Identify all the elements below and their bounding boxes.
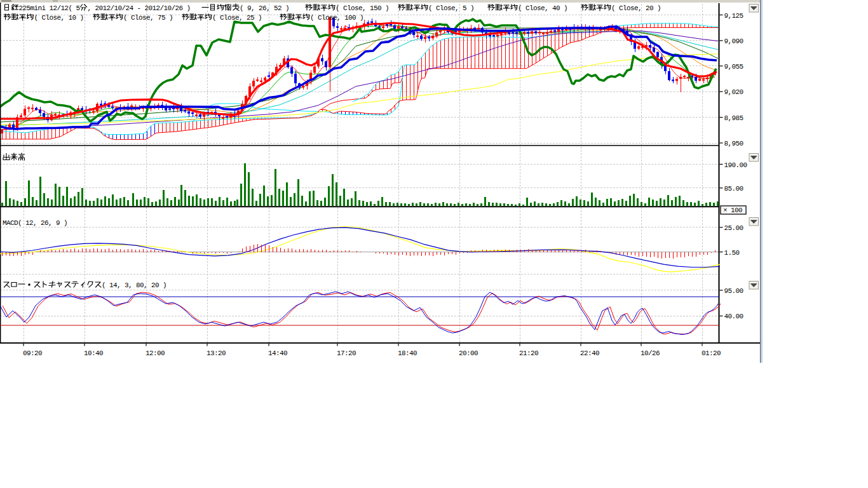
svg-text:225mini 12/12( 5: 225mini 12/12( 5: [19, 4, 80, 12]
svg-text:8,985: 8,985: [724, 114, 743, 122]
svg-text:18:40: 18:40: [398, 349, 417, 357]
svg-text:95.00: 95.00: [724, 287, 743, 295]
svg-text:× 100: × 100: [723, 207, 742, 214]
svg-text:10/26: 10/26: [641, 349, 660, 357]
svg-text:( Close, 20 ): ( Close, 20 ): [611, 4, 661, 12]
svg-text:22:40: 22:40: [580, 349, 599, 357]
svg-text:21:20: 21:20: [519, 349, 538, 357]
svg-text:85.00: 85.00: [724, 185, 743, 193]
svg-text:MACD( 12, 26, 9 ): MACD( 12, 26, 9 ): [3, 219, 67, 227]
svg-text:40.00: 40.00: [724, 313, 743, 320]
svg-text:25.00: 25.00: [724, 224, 743, 232]
svg-text:1.50: 1.50: [724, 249, 740, 257]
svg-text:9,125: 9,125: [724, 12, 743, 20]
svg-text:10:40: 10:40: [84, 349, 103, 357]
svg-text:( 14, 3, 80, 20 ): ( 14, 3, 80, 20 ): [102, 281, 166, 289]
svg-text:190.00: 190.00: [724, 161, 747, 169]
svg-text:, 2012/10/24 - 2012/10/26 ): , 2012/10/24 - 2012/10/26 ): [88, 4, 191, 12]
svg-text:( Close, 100 ): ( Close, 100 ): [310, 14, 363, 22]
svg-text:20:00: 20:00: [459, 349, 478, 357]
svg-text:17:20: 17:20: [337, 349, 356, 357]
svg-text:( 9, 26, 52 ): ( 9, 26, 52 ): [240, 4, 289, 12]
svg-text:09:20: 09:20: [23, 349, 42, 357]
svg-text:12:00: 12:00: [146, 349, 165, 357]
svg-text:( Close, 75 ): ( Close, 75 ): [123, 14, 173, 22]
svg-text:( Close, 10 ): ( Close, 10 ): [34, 14, 84, 22]
svg-text:( Close, 25 ): ( Close, 25 ): [212, 14, 262, 22]
svg-text:9,090: 9,090: [724, 37, 743, 45]
svg-text:14:40: 14:40: [268, 349, 287, 357]
svg-text:( Close, 5 ): ( Close, 5 ): [428, 4, 474, 12]
svg-text:9,055: 9,055: [724, 63, 743, 71]
svg-text:( Close, 150 ): ( Close, 150 ): [336, 4, 389, 12]
svg-text:13:20: 13:20: [207, 349, 226, 357]
svg-text:01:20: 01:20: [702, 349, 721, 357]
svg-text:( Close, 40 ): ( Close, 40 ): [518, 4, 567, 12]
svg-text:9,020: 9,020: [724, 88, 743, 96]
svg-text:8,950: 8,950: [724, 140, 743, 147]
